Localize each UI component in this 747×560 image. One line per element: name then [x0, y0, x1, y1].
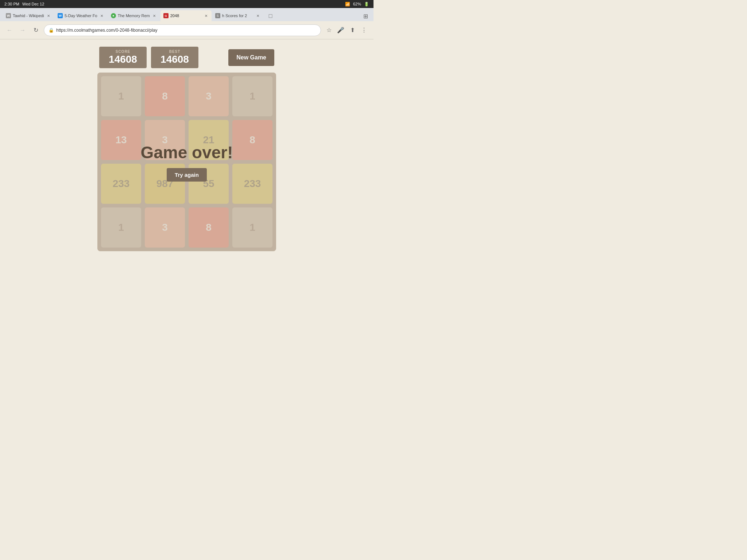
tab-title-memory: The Memory Rem [118, 13, 150, 18]
tab-close-memory[interactable]: ✕ [152, 13, 157, 18]
score-value: 14608 [107, 54, 139, 65]
tab-weather[interactable]: W 5-Day Weather Fo ✕ [55, 10, 107, 21]
tab-wiki[interactable]: W Tawhid - Wikipedi ✕ [3, 10, 54, 21]
tab-title-wiki: Tawhid - Wikipedi [13, 13, 44, 18]
more-button[interactable]: ⋮ [359, 25, 369, 35]
status-bar-right: 📶 62% 🔋 [345, 2, 369, 7]
address-text: https://m.coolmathgames.com/0-2048-fibon… [56, 28, 157, 33]
tab-2048[interactable]: G 2048 ✕ [160, 10, 212, 21]
tab-memory[interactable]: ● The Memory Rem ✕ [108, 10, 160, 21]
address-actions: ☆ 🎤 ⬆ ⋮ [324, 25, 369, 35]
score-box: SCORE 14608 [99, 47, 147, 68]
best-box: BEST 14608 [151, 47, 198, 68]
new-game-button[interactable]: New Game [228, 49, 274, 66]
lock-icon: 🔒 [49, 28, 54, 33]
status-bar-left: 2:30 PM Wed Dec 12 [4, 2, 44, 6]
tab-scores[interactable]: S h Scores for 2 ✕ [212, 10, 263, 21]
tab-close-weather[interactable]: ✕ [99, 13, 104, 18]
status-bar: 2:30 PM Wed Dec 12 📶 62% 🔋 [0, 0, 374, 8]
game-over-overlay: Game over! Try again [97, 73, 276, 251]
new-tab-button[interactable]: □ [266, 11, 276, 21]
tab-favicon-wiki: W [6, 13, 11, 18]
address-bar: ← → ↻ 🔒 https://m.coolmathgames.com/0-20… [0, 21, 374, 39]
tab-favicon-memory: ● [111, 13, 116, 18]
forward-button[interactable]: → [18, 25, 28, 35]
wifi-icon: 📶 [345, 2, 350, 7]
status-time: 2:30 PM [4, 2, 19, 6]
score-section: SCORE 14608 BEST 14608 New Game [99, 47, 274, 68]
best-label: BEST [158, 50, 191, 54]
voice-search-button[interactable]: 🎤 [336, 25, 346, 35]
tab-title-weather: 5-Day Weather Fo [65, 13, 97, 18]
back-button[interactable]: ← [4, 25, 15, 35]
tab-close-scores[interactable]: ✕ [255, 13, 260, 18]
score-label: SCORE [107, 50, 139, 54]
tab-favicon-scores: S [215, 13, 220, 18]
battery-icon: 🔋 [364, 2, 369, 7]
tab-bar: W Tawhid - Wikipedi ✕ W 5-Day Weather Fo… [0, 8, 374, 21]
battery-value: 62% [353, 2, 361, 6]
browser-frame: 2:30 PM Wed Dec 12 📶 62% 🔋 W Tawhid - Wi… [0, 0, 374, 280]
status-date: Wed Dec 12 [22, 2, 44, 6]
tab-close-wiki[interactable]: ✕ [46, 13, 51, 18]
tab-title-scores: h Scores for 2 [222, 13, 253, 18]
page-content: SCORE 14608 BEST 14608 New Game 1 8 3 1 [0, 39, 374, 280]
tab-favicon-2048: G [163, 13, 169, 18]
game-board-wrapper: 1 8 3 1 13 3 21 8 233 987 55 233 1 [97, 73, 276, 251]
refresh-button[interactable]: ↻ [31, 25, 41, 35]
address-input[interactable]: 🔒 https://m.coolmathgames.com/0-2048-fib… [44, 24, 321, 36]
tab-close-2048[interactable]: ✕ [204, 13, 209, 18]
tab-title-2048: 2048 [170, 13, 202, 18]
share-button[interactable]: ⬆ [347, 25, 357, 35]
bookmark-button[interactable]: ☆ [324, 25, 334, 35]
tab-grid-button[interactable]: ⊞ [360, 11, 371, 21]
game-container: SCORE 14608 BEST 14608 New Game 1 8 3 1 [97, 47, 276, 251]
tab-favicon-weather: W [58, 13, 63, 18]
try-again-button[interactable]: Try again [167, 168, 207, 182]
game-over-text: Game over! [140, 143, 233, 162]
best-value: 14608 [158, 54, 191, 65]
